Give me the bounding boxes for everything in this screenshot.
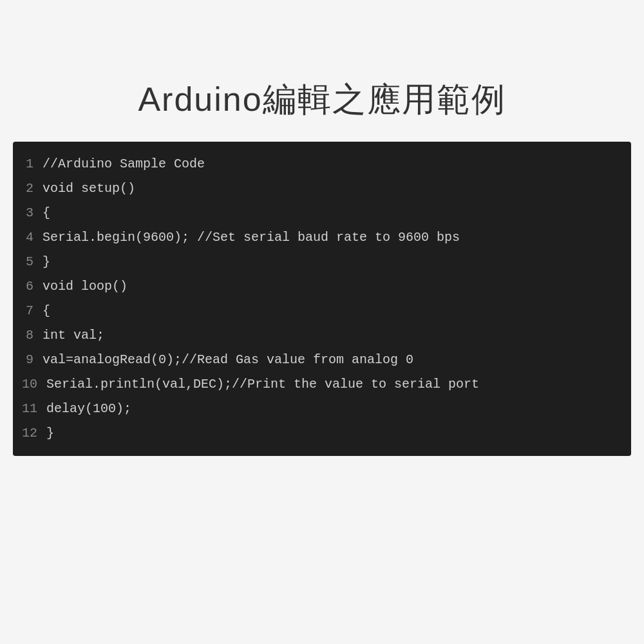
page-title: Arduino編輯之應用範例 [13,77,631,122]
line-number: 2 [13,178,40,200]
code-line: 12} [13,421,631,446]
page-container: Arduino編輯之應用範例 1//Arduino Sample Code2vo… [0,0,644,644]
code-block-container: 1//Arduino Sample Code2void setup()3{4 S… [13,142,631,456]
line-number: 8 [13,325,40,346]
line-content: { [40,202,50,224]
line-number: 12 [13,422,44,444]
code-line: 2void setup() [13,176,631,201]
line-content: Serial.begin(9600); //Set serial baud ra… [40,227,460,249]
line-number: 7 [13,300,40,322]
code-line: 3{ [13,201,631,225]
line-content: { [40,300,50,322]
line-number: 1 [13,153,40,175]
line-number: 10 [13,374,44,395]
line-content: void setup() [40,178,135,200]
line-content: val=analogRead(0);//Read Gas value from … [40,349,413,371]
line-content: Serial.println(val,DEC);//Print the valu… [44,374,479,395]
code-line: 11delay(100); [13,397,631,421]
line-content: } [40,251,50,273]
code-line: 8int val; [13,323,631,348]
line-number: 6 [13,276,40,298]
code-line: 7{ [13,299,631,323]
line-content: } [44,422,54,444]
line-content: //Arduino Sample Code [40,153,205,175]
code-line: 9val=analogRead(0);//Read Gas value from… [13,348,631,372]
code-line: 1//Arduino Sample Code [13,152,631,176]
line-number: 4 [13,227,40,249]
line-content: int val; [40,325,104,346]
code-line: 6void loop() [13,274,631,299]
code-line: 10Serial.println(val,DEC);//Print the va… [13,372,631,397]
code-line: 4 Serial.begin(9600); //Set serial baud … [13,225,631,250]
line-number: 11 [13,398,44,420]
line-number: 5 [13,251,40,273]
line-number: 9 [13,349,40,371]
code-block: 1//Arduino Sample Code2void setup()3{4 S… [13,142,631,456]
title-section: Arduino編輯之應用範例 [0,52,644,142]
line-number: 3 [13,202,40,224]
line-content: delay(100); [44,398,131,420]
line-content: void loop() [40,276,128,298]
code-line: 5} [13,250,631,274]
